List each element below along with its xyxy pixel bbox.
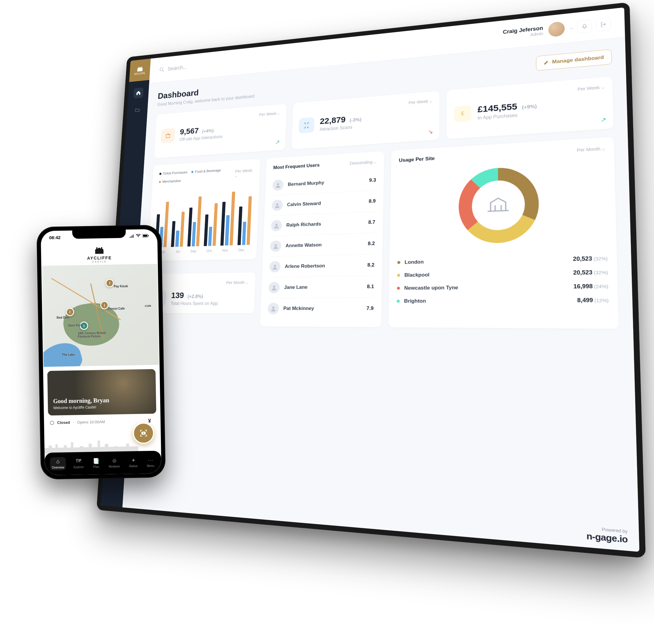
- logout-button[interactable]: [596, 17, 611, 31]
- explore-icon: 🗺: [75, 458, 82, 464]
- dashboard-body: Dashboard Good Morning Craig, welcome ba…: [122, 37, 639, 552]
- map-pin-red-deer[interactable]: i: [66, 307, 74, 316]
- kpi-card[interactable]: Per Week 22,879 (-3%) Attraction Scans ↘: [292, 91, 439, 149]
- period-select[interactable]: Per Month: [226, 280, 248, 285]
- map-pin-pay[interactable]: i: [106, 279, 114, 287]
- chart-bar: [246, 196, 252, 245]
- nav-redeem[interactable]: ⊘Redeem: [107, 456, 122, 469]
- trend-up-icon: ↗: [275, 138, 280, 145]
- avatar: [269, 261, 280, 273]
- chart-bar: [225, 215, 229, 246]
- user-row[interactable]: Ralph Richards 8.7: [271, 212, 376, 236]
- castle-icon: [93, 246, 106, 255]
- currency-icon[interactable]: ¥: [148, 418, 151, 424]
- phone-bottom-nav: ⌂Overview🗺Explore📑Plan⊘Redeem✦Relive⋯Men…: [45, 451, 161, 476]
- purchases-chart-card: Ticket PurchasesFood & BeverageMerchandi…: [148, 159, 261, 261]
- legend-dot: [397, 300, 400, 302]
- avatar: [272, 179, 284, 191]
- greeting-card[interactable]: Good morning, Bryan Welcome to Aycliffe …: [47, 369, 156, 415]
- notifications-button[interactable]: [577, 19, 592, 33]
- site-row: London 20,523 (32%): [397, 255, 608, 266]
- legend-dot: [397, 261, 400, 264]
- nav-plan[interactable]: 📑Plan: [91, 457, 102, 470]
- bell-icon: [582, 23, 588, 29]
- bar-chart: [155, 184, 252, 248]
- kpi-icon: [161, 128, 175, 143]
- footer: Powered by n-gage.io: [586, 525, 628, 545]
- chart-bar: [238, 207, 243, 245]
- wifi-icon: [136, 234, 141, 238]
- redeem-icon: ⊘: [111, 457, 117, 464]
- chevron-down-icon: ⌵: [570, 25, 573, 30]
- castle-icon: [136, 65, 143, 72]
- site-row: Blackpool 20,523 (32%): [397, 269, 608, 278]
- donut-segment: [465, 184, 476, 226]
- user-row[interactable]: Arlene Robertson 8.2: [269, 254, 375, 277]
- user-menu[interactable]: Craig Jeferson Admin ⌵: [503, 20, 573, 42]
- period-select[interactable]: Per Month: [577, 146, 605, 153]
- chart-bar: [204, 214, 208, 246]
- sort-select[interactable]: Descending: [349, 159, 376, 166]
- kpi-card[interactable]: Per Week £ £145,555 (+9%) In App Purchas…: [447, 76, 614, 139]
- nav-home[interactable]: [134, 87, 143, 98]
- chart-bar: [187, 207, 192, 246]
- nav-menu[interactable]: ⋯Menu: [145, 456, 156, 469]
- kpi-icon: £: [454, 105, 472, 122]
- user-row[interactable]: Jane Lane 8.1: [268, 276, 374, 298]
- chart-bar: [221, 202, 226, 246]
- site-row: Newcastle upon Tyne 16,998 (24%): [397, 283, 608, 291]
- phone-brand-logo: AYCLIFFE CASTLE: [41, 242, 158, 266]
- donut-segment: [476, 174, 498, 184]
- kpi-card[interactable]: Per Week 9,567 (+4%) Off-site App Intera…: [154, 104, 287, 158]
- phone-notch: [72, 229, 126, 239]
- x-axis-labels: JunJulSepOctNovDec: [155, 248, 250, 254]
- status-dot-icon: [50, 420, 54, 425]
- chart-bar: [180, 212, 185, 247]
- camera-scan-icon: [139, 429, 148, 438]
- menu-icon: ⋯: [147, 457, 154, 463]
- user-row[interactable]: Pat Mckinney 7.9: [268, 298, 374, 320]
- avatar: [268, 303, 279, 315]
- avatar: [548, 21, 565, 37]
- kpi-icon: [299, 117, 315, 134]
- chart-bar: [163, 202, 169, 247]
- panel-title: Usage Per Site: [399, 156, 435, 163]
- signal-icon: [129, 234, 134, 238]
- avatar: [271, 220, 282, 231]
- svg-point-8: [273, 285, 275, 288]
- nav-relive[interactable]: ✦Relive: [127, 456, 139, 469]
- legend-dot: [397, 274, 400, 277]
- svg-point-5: [275, 224, 278, 226]
- battery-icon: [142, 234, 149, 237]
- trend-down-icon: ↘: [428, 128, 433, 135]
- nav-overview[interactable]: ⌂Overview: [50, 457, 66, 470]
- user-row[interactable]: Annette Watson 8.2: [270, 233, 375, 256]
- manage-dashboard-button[interactable]: Manage dashboard: [536, 49, 612, 71]
- site-row: Brighton 8,499 (12%): [397, 297, 609, 304]
- chart-bar: [208, 227, 212, 246]
- kpi-value: 22,879 (-3%): [320, 114, 362, 126]
- chart-bar: [175, 231, 179, 247]
- phone-mockup: 08:42 AYCLIFFE CASTLE i Pay Kiosk i Fore…: [37, 225, 166, 479]
- usage-per-site-card: Usage Per Site Per Month London 20,523 (…: [388, 137, 618, 329]
- nav-explore[interactable]: 🗺Explore: [72, 457, 86, 470]
- svg-point-9: [272, 306, 275, 309]
- svg-point-4: [276, 203, 278, 206]
- chart-bar: [192, 222, 196, 246]
- phone-map[interactable]: i Pay Kiosk i Forest Cafe i Red Deer i 1…: [42, 264, 159, 367]
- chart-bar: [212, 203, 218, 246]
- svg-rect-13: [148, 235, 149, 236]
- search-icon: [159, 67, 164, 72]
- panel-title: Most Frequent Users: [273, 162, 320, 170]
- period-select[interactable]: Per Week: [235, 168, 253, 178]
- trend-up-icon: ↗: [601, 116, 606, 124]
- donut-chart: [453, 160, 545, 249]
- tablet-dashboard: AYCLIFFE Search... Craig Jeferson Admin …: [97, 2, 646, 558]
- nav-folder[interactable]: [132, 105, 142, 116]
- svg-rect-12: [143, 235, 147, 236]
- plan-icon: 📑: [93, 458, 99, 464]
- home-icon: [136, 90, 141, 96]
- chart-bar: [229, 192, 235, 246]
- svg-point-7: [274, 265, 276, 267]
- chart-legend: Ticket PurchasesFood & BeverageMerchandi…: [159, 167, 235, 184]
